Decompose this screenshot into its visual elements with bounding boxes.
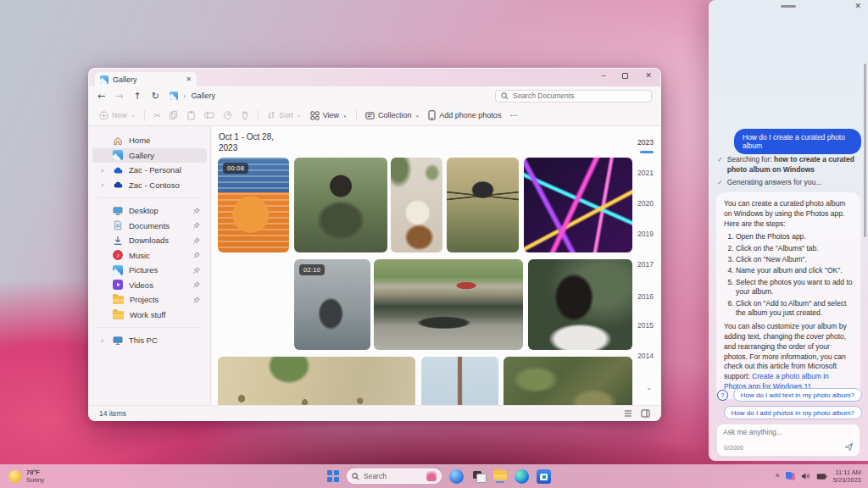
photo-thumbnail-beach-aerial[interactable] (218, 357, 415, 405)
onedrive-icon (113, 165, 123, 175)
details-view-icon[interactable] (624, 409, 632, 418)
photo-thumbnail-foliage[interactable] (504, 357, 632, 405)
new-button[interactable]: New ⌄ (99, 111, 136, 120)
more-options-icon[interactable]: ⋯ (509, 111, 517, 119)
timeline-year[interactable]: 2019 (637, 230, 654, 238)
photo-thumbnail-video-orange-building[interactable]: 00:08 (218, 158, 289, 252)
sidebar-item-downloads[interactable]: Downloads (92, 233, 207, 248)
panel-close-icon[interactable]: ✕ (854, 2, 861, 10)
new-dropdown-icon: ⌄ (131, 112, 136, 119)
sidebar-item-zac-personal[interactable]: › Zac - Personal (92, 163, 207, 178)
send-icon[interactable] (844, 442, 854, 452)
maximize-button[interactable] (622, 73, 628, 79)
sidebar-item-pictures[interactable]: Pictures (92, 263, 207, 278)
refresh-icon[interactable]: ↻ (152, 92, 159, 101)
sort-button[interactable]: Sort ⌄ (267, 111, 301, 119)
expand-chevron-icon[interactable]: › (101, 336, 104, 345)
photo-thumbnail-camera-tripod[interactable] (447, 158, 519, 252)
taskbar-store-icon[interactable] (537, 469, 551, 484)
paste-icon[interactable] (186, 110, 196, 120)
video-duration-badge: 00:08 (223, 163, 248, 174)
taskbar-search-box[interactable]: Search (347, 469, 442, 484)
sidebar-item-home[interactable]: Home (92, 133, 207, 148)
back-icon[interactable]: ← (97, 92, 105, 101)
sidebar-item-documents[interactable]: Documents (92, 219, 207, 234)
suggestion-chip[interactable]: How do I add text in my photo album? (733, 388, 862, 402)
photo-thumbnail-video-photographer-sea[interactable]: 02:10 (294, 259, 370, 350)
sidebar-item-gallery[interactable]: Gallery (92, 148, 207, 164)
timeline-year[interactable]: 2014 (637, 352, 654, 360)
speaker-icon[interactable] (801, 472, 810, 480)
date-range-header: Oct 1 - Oct 28, 2023 (219, 131, 274, 153)
share-icon[interactable] (223, 110, 232, 120)
copilot-input-box[interactable]: 0/2000 (716, 424, 860, 457)
timeline-year[interactable]: 2016 (637, 292, 654, 301)
photo-thumbnail-log-fog[interactable] (218, 259, 289, 350)
sidebar-item-projects[interactable]: Projects (92, 292, 207, 308)
searching-status: ✓ Searching for: how to create a curated… (717, 155, 858, 175)
sort-icon (267, 111, 275, 119)
sidebar-item-work-stuff[interactable]: Work stuff (92, 308, 207, 323)
user-message-bubble: How do I create a curated photo album (734, 129, 861, 154)
thumbnail-view-icon[interactable] (641, 409, 650, 418)
taskbar-copilot-icon[interactable] (449, 469, 464, 484)
tray-app-icon[interactable] (786, 472, 795, 480)
videos-icon (113, 280, 123, 290)
collection-button[interactable]: Collection ⌄ (365, 111, 420, 120)
timeline-year[interactable]: 2021 (637, 169, 654, 177)
up-icon[interactable]: ↑ (133, 92, 141, 101)
suggestion-chips: ? How do I add text in my photo album? H… (713, 388, 862, 419)
photo-thumbnail-canal-bench[interactable] (374, 259, 523, 350)
taskbar-clock[interactable]: 11:11 AM 5/23/2023 (833, 469, 861, 484)
rename-icon[interactable] (204, 110, 214, 120)
sidebar-item-zac-contoso[interactable]: › Zac - Contoso (92, 178, 207, 193)
gallery-tab-icon (100, 75, 108, 84)
copy-icon[interactable] (169, 110, 178, 120)
tray-chevron-icon[interactable]: ^ (776, 473, 780, 480)
photo-thumbnail-woman-braids[interactable] (528, 259, 632, 350)
taskbar-file-explorer-icon[interactable] (493, 470, 507, 483)
close-button[interactable]: ✕ (645, 71, 652, 80)
ask-me-anything-input[interactable] (723, 428, 850, 436)
expand-chevron-icon[interactable]: › (101, 166, 104, 175)
timeline-scroll-down-icon[interactable]: ⌄ (646, 384, 652, 391)
delete-icon[interactable] (241, 110, 249, 120)
sidebar-item-videos[interactable]: Videos (92, 278, 207, 293)
forward-icon[interactable]: → (115, 92, 123, 101)
explorer-search-box[interactable]: Search Documents (495, 90, 652, 103)
sidebar-item-desktop[interactable]: Desktop (92, 203, 207, 219)
timeline-year[interactable]: 2017 (637, 260, 654, 269)
battery-icon[interactable] (816, 473, 827, 480)
answer-steps: Open the Photos app. Click on the "Album… (736, 232, 853, 319)
panel-drag-handle[interactable] (781, 5, 796, 8)
tab-close-icon[interactable]: ✕ (186, 76, 192, 83)
expand-chevron-icon[interactable]: › (101, 180, 104, 189)
suggestion-chip[interactable]: How do I add photos in my photo album? (724, 406, 862, 419)
timeline-year[interactable]: 2020 (637, 199, 654, 208)
view-button[interactable]: View ⌄ (310, 111, 348, 120)
minimize-button[interactable]: – (601, 71, 605, 80)
explorer-tab-gallery[interactable]: Gallery ✕ (95, 72, 197, 86)
panel-scrollbar[interactable] (864, 64, 866, 237)
timeline-scrubber[interactable]: 2023 2021 2020 2019 2017 2016 2015 2014 … (630, 126, 655, 405)
breadcrumb[interactable]: › Gallery (170, 92, 485, 101)
add-phone-photos-button[interactable]: Add phone photos (428, 110, 501, 120)
answer-step: Click on the "Albums" tab. (736, 244, 853, 254)
taskbar-edge-icon[interactable] (515, 469, 529, 484)
taskbar-task-view-icon[interactable] (471, 469, 486, 484)
breadcrumb-gallery-icon (170, 92, 178, 100)
sidebar-item-music[interactable]: ♪ Music (92, 248, 207, 263)
photo-thumbnail-woman-field[interactable] (294, 158, 387, 252)
weather-widget[interactable]: 78°F Sunny (8, 469, 44, 484)
photo-thumbnail-tower[interactable] (421, 357, 498, 405)
answer-intro: You can create a curated photo album on … (724, 199, 853, 229)
photo-thumbnail-chair-plants[interactable] (391, 158, 442, 252)
timeline-year[interactable]: 2015 (637, 321, 654, 330)
sidebar-item-this-pc[interactable]: › This PC (92, 333, 207, 348)
pin-icon (193, 222, 200, 229)
timeline-year[interactable]: 2023 (637, 138, 654, 147)
start-button[interactable] (327, 470, 339, 482)
document-icon (113, 220, 123, 230)
cut-icon[interactable]: ✂ (153, 111, 160, 120)
photo-thumbnail-neon-lights[interactable] (524, 158, 632, 252)
